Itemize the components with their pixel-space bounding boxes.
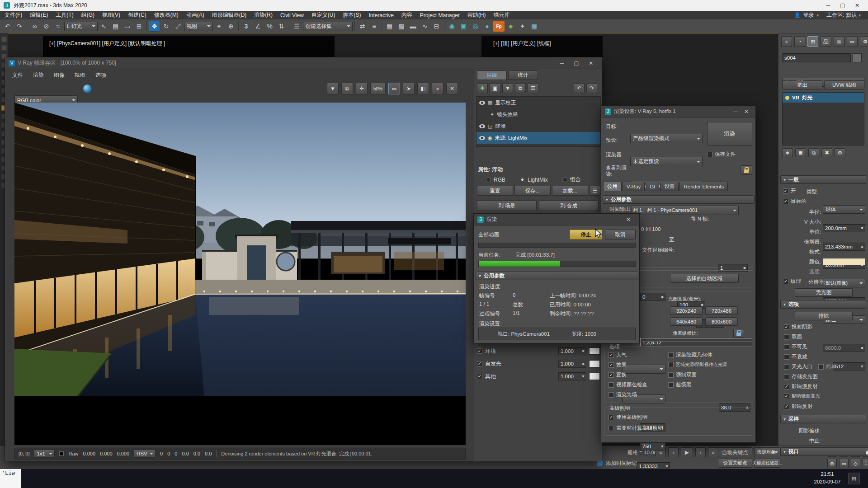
progress-close-button[interactable] xyxy=(621,214,636,225)
save-image-icon[interactable] xyxy=(327,83,339,94)
to-scene-button[interactable]: 到 场景 xyxy=(477,200,537,211)
top-viewport[interactable]: [+] [顶] [用户定义] [线框] xyxy=(481,36,603,57)
invisible-checkbox[interactable] xyxy=(784,344,789,350)
left-tool-icon[interactable] xyxy=(1,45,7,51)
rollout-options[interactable]: 选项 xyxy=(780,300,866,309)
folder-icon[interactable] xyxy=(490,83,500,93)
schematic-view-icon[interactable] xyxy=(431,21,442,32)
lightmix-row-environment[interactable]: 环境 1.000 xyxy=(477,346,600,357)
remove-modifier-button[interactable] xyxy=(821,148,832,157)
selfillum-color-swatch[interactable] xyxy=(589,360,600,367)
spinner-snap-icon[interactable] xyxy=(276,21,287,32)
camera-viewport-label[interactable]: [+] [PhysCamera001] [用户定义] [默认明暗处理 ] xyxy=(49,40,165,47)
tab-layers[interactable]: 层级 xyxy=(477,70,507,80)
rest-color-swatch[interactable] xyxy=(589,373,600,380)
radius-spinner[interactable]: 213.433mm xyxy=(823,243,865,251)
env-color-swatch[interactable] xyxy=(589,347,600,355)
minimize-button[interactable] xyxy=(821,0,835,11)
menu-interactive[interactable]: Interactive xyxy=(368,12,393,19)
select-and-move-icon[interactable] xyxy=(149,21,160,32)
reference-coordinate-dropdown[interactable]: 视图 xyxy=(184,22,213,31)
load-button[interactable]: 加载... xyxy=(552,186,588,196)
display-tab-icon[interactable] xyxy=(847,36,858,47)
rollout-progress-common[interactable]: 公用参数 xyxy=(476,272,638,280)
curve-editor-icon[interactable] xyxy=(419,21,430,32)
select-region-icon[interactable] xyxy=(122,21,133,32)
select-object-icon[interactable] xyxy=(98,21,109,32)
zoom-percent-button[interactable]: 50% xyxy=(370,83,386,94)
layer-list-icon[interactable] xyxy=(528,83,538,93)
target-distance-spinner[interactable]: 200.0mm xyxy=(823,224,865,232)
rs-close-button[interactable] xyxy=(741,106,752,117)
menu-file[interactable]: 文件(F) xyxy=(5,11,22,19)
targeted-checkbox[interactable] xyxy=(783,199,788,204)
zoom-extents-icon[interactable] xyxy=(827,459,837,468)
workspace-value[interactable]: 默认 xyxy=(846,11,857,19)
uvw-map-modifier-button[interactable]: UVW 贴图 xyxy=(824,80,864,89)
menu-maoyunku[interactable]: 猫云库 xyxy=(494,11,510,19)
no-decay-checkbox[interactable] xyxy=(784,354,789,360)
copy-image-icon[interactable] xyxy=(341,83,353,94)
store-irradiance-checkbox[interactable] xyxy=(784,374,789,380)
menu-modifiers[interactable]: 修改器(M) xyxy=(154,11,179,19)
affect-specular-checkbox[interactable] xyxy=(784,394,789,399)
material-editor-icon[interactable] xyxy=(446,21,458,32)
srgb-globe-icon[interactable] xyxy=(83,84,92,93)
create-tab-icon[interactable] xyxy=(794,36,805,47)
save-file-checkbox[interactable] xyxy=(707,152,712,157)
select-by-name-icon[interactable] xyxy=(110,21,121,32)
pin-stack-button[interactable] xyxy=(782,148,793,157)
tab-settings[interactable]: 设置 xyxy=(660,182,679,191)
to-composite-button[interactable]: 到 合成 xyxy=(539,200,599,211)
snap-toggle-icon[interactable] xyxy=(241,21,252,32)
tab-gi[interactable]: GI xyxy=(646,182,659,191)
zoom-region-icon[interactable] xyxy=(839,459,849,468)
menu-project-manager[interactable]: Project Manager xyxy=(420,12,460,19)
tray-notes-icon[interactable] xyxy=(848,473,860,484)
render-production-icon[interactable] xyxy=(481,21,493,32)
extrude-modifier-button[interactable]: 挤出 xyxy=(782,80,822,89)
skylight-portal-checkbox[interactable] xyxy=(784,364,789,370)
menu-tools[interactable]: 工具(T) xyxy=(56,11,73,19)
menu-help[interactable]: 帮助(H) xyxy=(467,11,486,19)
preset-dropdown[interactable]: 未选定预设 xyxy=(630,157,703,166)
menu-graph-editors[interactable]: 图形编辑器(D) xyxy=(212,11,247,19)
rgb-radio[interactable] xyxy=(486,177,491,182)
res-640-button[interactable]: 640x480 xyxy=(670,317,703,326)
undo-icon[interactable] xyxy=(2,21,13,32)
go-to-end-button[interactable] xyxy=(708,447,718,457)
clear-image-icon[interactable] xyxy=(446,83,458,94)
make-unique-button[interactable] xyxy=(808,148,819,157)
layer-denoiser[interactable]: 降噪 xyxy=(476,120,600,132)
displacement-checkbox[interactable] xyxy=(609,372,614,378)
rollout-general[interactable]: 一般 xyxy=(780,175,866,184)
vfb-minimize-button[interactable] xyxy=(555,58,569,69)
compute-adv-lighting-checkbox[interactable] xyxy=(609,426,614,431)
configure-modifier-button[interactable] xyxy=(835,148,845,157)
angle-snap-icon[interactable] xyxy=(252,21,264,32)
redo-icon[interactable] xyxy=(14,21,25,32)
rest-value-spinner[interactable]: 1.000 xyxy=(558,372,586,380)
simple-portal-checkbox[interactable] xyxy=(818,364,824,370)
show-end-result-button[interactable] xyxy=(795,148,806,157)
tab-common[interactable]: 公用 xyxy=(603,182,622,191)
add-layer-icon[interactable] xyxy=(477,83,488,93)
composite-radio[interactable] xyxy=(562,177,567,182)
res-800-button[interactable]: 800x600 xyxy=(705,317,738,326)
menu-edit[interactable]: 编辑(E) xyxy=(30,11,48,19)
cancel-button[interactable]: 取消 xyxy=(605,230,636,239)
selected-objects-dropdown[interactable]: 选定对象 xyxy=(754,447,780,457)
hsv-dropdown[interactable]: HSV xyxy=(134,450,156,458)
effects-checkbox[interactable] xyxy=(609,362,614,368)
env-value-spinner[interactable]: 1.000 xyxy=(558,347,586,355)
menu-views[interactable]: 视图(V) xyxy=(102,11,120,19)
rest-checkbox[interactable] xyxy=(477,374,482,379)
fp-plugin-icon[interactable]: Fp xyxy=(493,21,505,32)
grid-toggle-icon[interactable] xyxy=(528,21,540,32)
tab-vray[interactable]: V-Ray xyxy=(623,182,645,191)
render-setup-icon[interactable] xyxy=(458,21,469,32)
affect-diffuse-checkbox[interactable] xyxy=(784,384,789,389)
stack-item-vraylight[interactable]: VR_灯光 xyxy=(783,93,864,103)
named-selection-sets-dropdown[interactable]: 创建选择集 xyxy=(303,22,353,31)
progress-titlebar[interactable]: 3 渲染 xyxy=(474,214,639,225)
